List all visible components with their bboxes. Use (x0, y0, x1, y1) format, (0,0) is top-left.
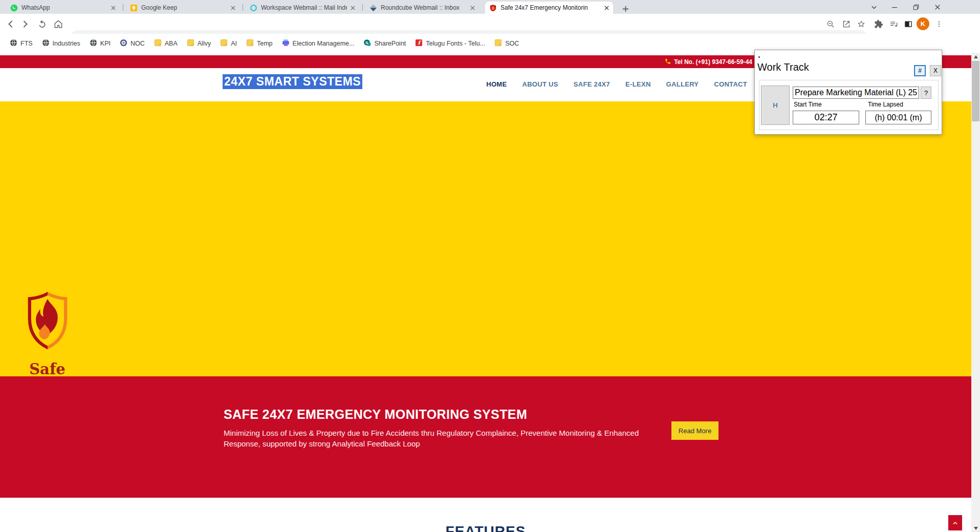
new-tab-button[interactable] (619, 3, 631, 15)
shield-flame-icon (17, 291, 78, 358)
globe-icon (90, 39, 97, 48)
tab-search-chevron-icon[interactable] (864, 0, 884, 14)
roundcube-icon (369, 4, 377, 12)
bookmark-kpi[interactable]: KPI (85, 37, 115, 50)
bookmark-aba[interactable]: ABA (149, 37, 182, 50)
tab-close-icon[interactable] (470, 6, 475, 10)
h-button[interactable]: H (761, 86, 790, 125)
tab-google-keep[interactable]: Google Keep (126, 2, 239, 14)
profile-avatar[interactable]: K (917, 17, 929, 30)
scroll-to-top-button[interactable] (948, 515, 962, 530)
browser-toolbar: localhost/safe/safe.php K (0, 14, 980, 34)
read-more-button[interactable]: Read More (671, 421, 718, 440)
help-button[interactable]: ? (921, 87, 931, 99)
start-time-field[interactable] (793, 111, 859, 124)
nav-gallery[interactable]: GALLERY (666, 80, 699, 88)
window-minimize-button[interactable] (884, 0, 905, 14)
note-icon (154, 39, 162, 48)
extensions-puzzle-icon[interactable] (873, 18, 884, 30)
bookmark-fts[interactable]: FTS (5, 37, 37, 50)
tab-whatsapp[interactable]: WhatsApp (6, 2, 120, 14)
tab-separator (123, 4, 123, 11)
tab-title: Roundcube Webmail :: Inbox (381, 4, 467, 11)
main-navigation: HOME ABOUT US SAFE 24X7 E-LEXN GALLERY C… (486, 80, 747, 88)
bookmark-label: Industries (53, 40, 80, 47)
hash-button[interactable]: # (914, 65, 926, 76)
bookmark-label: Allvy (198, 40, 211, 47)
bookmark-noc[interactable]: NOC (115, 37, 149, 50)
share-icon[interactable] (841, 18, 852, 30)
bookmark-label: ABA (165, 40, 178, 47)
tab-close-icon[interactable] (231, 6, 235, 10)
nav-contact[interactable]: CONTACT (714, 80, 747, 88)
scrollbar-thumb[interactable] (972, 61, 979, 121)
nav-about-us[interactable]: ABOUT US (522, 80, 558, 88)
tab-close-icon[interactable] (351, 6, 355, 10)
tab-roundcube-webmail[interactable]: Roundcube Webmail :: Inbox (365, 2, 479, 14)
close-button[interactable]: X (930, 65, 941, 76)
workspace-icon (250, 4, 257, 12)
bookmark-label: Election Manageme... (293, 40, 355, 47)
media-controls-icon[interactable] (888, 18, 900, 30)
whatsapp-icon (10, 4, 18, 12)
tab-title: Workspace Webmail :: Mail Inde (261, 4, 347, 11)
bookmark-label: Temp (257, 40, 273, 47)
tab-safe24x7-active[interactable]: Safe 24x7 Emergency Monitorin (485, 2, 613, 14)
bookmark-temp[interactable]: Temp (242, 37, 277, 50)
home-icon[interactable] (52, 18, 64, 30)
chevron-up-icon (952, 520, 959, 526)
bookmark-allvy[interactable]: Allvy (182, 37, 215, 50)
scrollbar-up-arrow[interactable] (971, 53, 980, 60)
window-title-dot (758, 56, 760, 58)
bookmark-sharepoint[interactable]: S SharePoint (359, 37, 410, 50)
tab-close-icon[interactable] (111, 6, 116, 10)
target-icon (120, 39, 127, 48)
globe-icon (10, 39, 17, 48)
bookmark-label: NOC (130, 40, 145, 47)
window-restore-button[interactable] (906, 0, 926, 14)
tab-title: WhatsApp (21, 4, 107, 11)
bookmark-soc[interactable]: SOC (490, 37, 524, 50)
tab-separator (362, 4, 363, 11)
back-icon[interactable] (4, 18, 16, 30)
printer-icon (282, 39, 290, 48)
bookmark-ai[interactable]: AI (215, 37, 242, 50)
bookmark-label: FTS (20, 40, 33, 47)
bookmark-industries[interactable]: Industries (37, 37, 85, 50)
scrollbar-down-arrow[interactable] (971, 524, 980, 532)
tab-close-icon[interactable] (604, 6, 609, 10)
tab-title: Safe 24x7 Emergency Monitorin (500, 4, 601, 11)
tab-title: Google Keep (141, 4, 227, 11)
nav-safe-24x7[interactable]: SAFE 24X7 (574, 80, 610, 88)
note-icon (494, 39, 502, 48)
forward-icon[interactable] (19, 18, 32, 30)
window-close-button[interactable] (927, 0, 948, 14)
bookmark-telugu-fonts[interactable]: f Telugu Fonts - Telu... (410, 37, 490, 50)
note-icon (187, 39, 194, 48)
bookmark-label: KPI (100, 40, 111, 47)
features-heading: FEATURES (0, 523, 971, 532)
browser-tab-bar: WhatsApp Google Keep Workspace Webmail :… (0, 0, 980, 14)
side-panel-icon[interactable] (903, 18, 914, 30)
page-scrollbar[interactable] (971, 53, 980, 532)
task-input[interactable] (793, 87, 919, 99)
banner-section: SAFE 24X7 EMERGENCY MONITORING SYSTEM Mi… (0, 376, 971, 498)
note-icon (246, 39, 254, 48)
browser-menu-icon[interactable] (933, 18, 945, 30)
bookmark-star-icon[interactable] (856, 18, 867, 30)
bookmark-label: SOC (505, 40, 519, 47)
zoom-icon[interactable] (825, 18, 836, 30)
bookmark-label: AI (231, 40, 237, 47)
telephone-number[interactable]: Tel No. (+91) 9347-66-59-44 (674, 58, 752, 66)
reload-icon[interactable] (36, 18, 48, 30)
svg-text:S: S (366, 40, 368, 45)
time-lapsed-label: Time Lapsed (868, 101, 903, 108)
nav-home[interactable]: HOME (486, 80, 507, 88)
bookmark-election-management[interactable]: Election Manageme... (277, 37, 359, 50)
features-section: FEATURES (0, 498, 971, 532)
note-icon (220, 39, 228, 48)
nav-e-lexn[interactable]: E-LEXN (625, 80, 650, 88)
site-brand-selected-text[interactable]: 24X7 SMART SYSTEMS (223, 74, 362, 89)
tab-workspace-webmail[interactable]: Workspace Webmail :: Mail Inde (246, 2, 359, 14)
time-lapsed-field[interactable] (865, 111, 931, 124)
